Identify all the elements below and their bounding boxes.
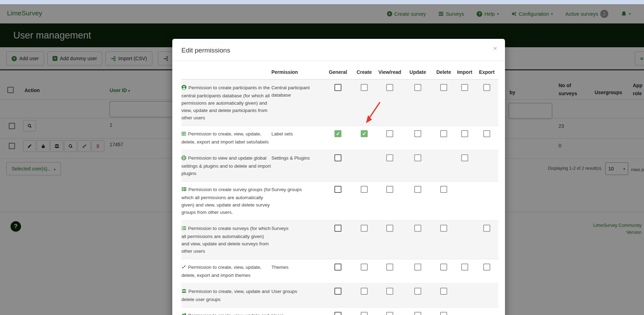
permission-checkbox[interactable] bbox=[361, 288, 368, 295]
permission-checkbox[interactable] bbox=[414, 264, 421, 271]
permission-checkbox[interactable] bbox=[414, 186, 421, 193]
permission-checkbox[interactable] bbox=[440, 130, 447, 137]
col-create: Create bbox=[351, 61, 377, 79]
permission-checkbox[interactable] bbox=[461, 264, 468, 271]
modal-header: Edit permissions × bbox=[172, 39, 505, 61]
permission-checkbox[interactable] bbox=[334, 264, 341, 271]
permission-checkbox[interactable] bbox=[386, 130, 393, 137]
permission-row: Permission to create surveys (for which … bbox=[181, 220, 498, 259]
permissions-table-header: Permission General Create View/read Upda… bbox=[181, 61, 498, 79]
themes-icon bbox=[181, 264, 186, 272]
permission-row: Permission to create participants in the… bbox=[181, 79, 498, 126]
permission-checkbox[interactable] bbox=[414, 130, 421, 137]
permission-checkbox[interactable] bbox=[334, 225, 341, 232]
permission-name: Central participant database bbox=[271, 79, 325, 126]
close-icon[interactable]: × bbox=[493, 44, 497, 52]
permission-row: Permission to create, view, update, dele… bbox=[181, 126, 498, 150]
col-update: Update bbox=[402, 61, 433, 79]
col-view-read: View/read bbox=[377, 61, 402, 79]
permission-name: Themes bbox=[271, 259, 325, 284]
permission-checkbox[interactable] bbox=[414, 84, 421, 91]
permission-checkbox[interactable]: ✓ bbox=[361, 130, 368, 137]
col-export: Export bbox=[475, 61, 498, 79]
permission-checkbox[interactable] bbox=[386, 288, 393, 295]
surveys-icon bbox=[181, 225, 186, 233]
permission-checkbox[interactable] bbox=[386, 264, 393, 271]
permissions-table: Permission General Create View/read Upda… bbox=[181, 61, 498, 315]
permission-description: Permission to create, view, update, dele… bbox=[181, 259, 271, 284]
permission-name: Settings & Plugins bbox=[271, 150, 325, 182]
modal-title: Edit permissions bbox=[181, 47, 496, 54]
label-sets-icon bbox=[181, 131, 186, 138]
permission-description: Permission to create, view, update and d… bbox=[181, 308, 271, 315]
permission-description: Permission to create participants in the… bbox=[181, 79, 271, 126]
limesurvey-app: LimeSurvey + Create survey Surveys ? Hel… bbox=[0, 0, 644, 315]
permission-name: Users bbox=[271, 308, 325, 315]
permission-checkbox[interactable] bbox=[414, 154, 421, 161]
permission-checkbox[interactable] bbox=[483, 130, 490, 137]
permission-name: User groups bbox=[271, 284, 325, 308]
permission-checkbox[interactable] bbox=[440, 312, 447, 315]
permission-description: Permission to create, view, update, dele… bbox=[181, 126, 271, 150]
survey-groups-icon bbox=[181, 187, 187, 194]
permission-checkbox[interactable] bbox=[386, 84, 393, 91]
permission-checkbox[interactable] bbox=[386, 154, 393, 161]
permission-checkbox[interactable] bbox=[334, 186, 341, 193]
permission-checkbox[interactable] bbox=[414, 312, 421, 315]
permission-checkbox[interactable]: ✓ bbox=[334, 130, 341, 137]
permission-checkbox[interactable] bbox=[361, 84, 368, 91]
col-delete: Delete bbox=[433, 61, 454, 79]
permission-checkbox[interactable] bbox=[440, 264, 447, 271]
col-import: Import bbox=[454, 61, 475, 79]
permission-checkbox[interactable] bbox=[440, 225, 447, 232]
permission-description: Permission to create survey groups (for … bbox=[181, 182, 271, 220]
col-permission: Permission bbox=[271, 61, 325, 79]
permission-checkbox[interactable] bbox=[386, 186, 393, 193]
permission-row: Permission to view and update global set… bbox=[181, 150, 498, 182]
permission-checkbox[interactable] bbox=[361, 225, 368, 232]
permission-name: Surveys bbox=[271, 220, 325, 259]
permission-name: Survey groups bbox=[271, 182, 325, 220]
permission-checkbox[interactable] bbox=[461, 130, 468, 137]
permission-checkbox[interactable] bbox=[361, 186, 368, 193]
permission-checkbox[interactable] bbox=[386, 312, 393, 315]
permission-checkbox[interactable] bbox=[483, 264, 490, 271]
permission-checkbox[interactable] bbox=[440, 186, 447, 193]
permission-checkbox[interactable] bbox=[461, 84, 468, 91]
permission-checkbox[interactable] bbox=[386, 225, 393, 232]
permission-description: Permission to view and update global set… bbox=[181, 150, 271, 182]
permission-checkbox[interactable] bbox=[334, 154, 341, 161]
user-groups-icon bbox=[181, 288, 187, 296]
permission-checkbox[interactable] bbox=[440, 84, 447, 91]
permission-checkbox[interactable] bbox=[414, 225, 421, 232]
permission-checkbox[interactable] bbox=[461, 154, 468, 161]
permission-row: Permission to create, view, update and d… bbox=[181, 308, 498, 315]
permission-row: Permission to create survey groups (for … bbox=[181, 182, 498, 220]
permission-description: Permission to create surveys (for which … bbox=[181, 220, 271, 259]
permission-checkbox[interactable] bbox=[440, 288, 447, 295]
permission-row: Permission to create, view, update and d… bbox=[181, 284, 498, 308]
top-strip bbox=[0, 0, 644, 4]
permission-description: Permission to create, view, update and d… bbox=[181, 284, 271, 308]
red-annotation-arrow bbox=[354, 98, 386, 128]
permission-checkbox[interactable] bbox=[361, 312, 368, 315]
person-circle-icon bbox=[181, 85, 187, 92]
permission-checkbox[interactable] bbox=[414, 288, 421, 295]
col-general: General bbox=[325, 61, 351, 79]
edit-permissions-modal: Edit permissions × Permission General Cr… bbox=[172, 39, 505, 315]
permission-checkbox[interactable] bbox=[483, 84, 490, 91]
permission-row: Permission to create, view, update, dele… bbox=[181, 259, 498, 284]
permission-name: Label sets bbox=[271, 126, 325, 150]
permission-checkbox[interactable] bbox=[483, 225, 490, 232]
permission-checkbox[interactable] bbox=[361, 264, 368, 271]
globe-icon bbox=[181, 155, 186, 162]
permission-checkbox[interactable] bbox=[334, 288, 341, 295]
users-icon bbox=[181, 313, 186, 315]
permission-checkbox[interactable] bbox=[334, 312, 341, 315]
permission-checkbox[interactable] bbox=[334, 84, 341, 91]
